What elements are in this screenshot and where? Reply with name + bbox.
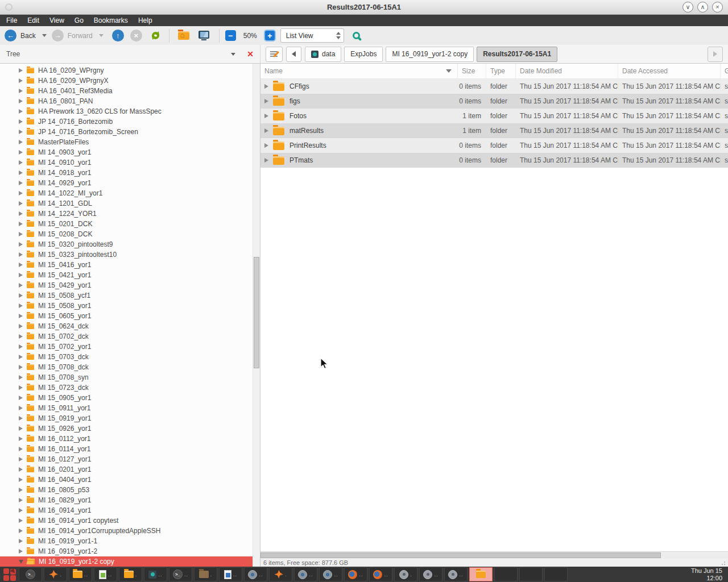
task-button-terminal[interactable] <box>19 567 42 581</box>
expand-icon[interactable] <box>19 436 23 441</box>
expand-icon[interactable] <box>19 549 23 554</box>
breadcrumb-segment-3[interactable]: Results2017-06-15A1 <box>477 47 557 62</box>
expand-icon[interactable] <box>19 201 23 206</box>
expand-icon[interactable] <box>19 211 23 216</box>
tree-item[interactable]: MI 14_1022_MI_yor1 <box>0 188 260 198</box>
up-button[interactable]: ↑ <box>112 30 124 41</box>
tree-item[interactable]: MI 14_0910_yor1 <box>0 157 260 168</box>
tree-item[interactable]: HA Prework 13_0620 CLS for MassSpec <box>0 106 260 117</box>
horizontal-scrollbar-thumb[interactable] <box>260 552 661 558</box>
expand-icon[interactable] <box>19 242 23 247</box>
expand-icon[interactable] <box>264 99 268 103</box>
tree-item[interactable]: MI 15_0421_yor1 <box>0 270 260 280</box>
back-history-dropdown[interactable] <box>42 34 47 37</box>
expand-icon[interactable] <box>19 488 23 492</box>
column-header-size[interactable]: Size <box>458 64 486 78</box>
expand-icon[interactable] <box>19 304 23 308</box>
expand-icon[interactable] <box>19 498 23 502</box>
expand-icon[interactable] <box>19 355 23 359</box>
tree-item[interactable]: MI 16_0201_yor1 <box>0 464 260 475</box>
tree-item[interactable]: MI 14_1224_YOR1 <box>0 209 260 219</box>
tree-item[interactable]: HA 16_0209_WPrgnyX <box>0 76 260 86</box>
tree-item[interactable]: MI 15_0429_yor1 <box>0 280 260 290</box>
task-button-terminal[interactable]: .. <box>169 567 192 581</box>
task-button-calc[interactable]: .. <box>94 567 117 581</box>
task-button-app-circle[interactable]: .. <box>244 567 267 581</box>
tree-item[interactable]: MI 15_0703_dck <box>0 352 260 362</box>
task-button-matlab[interactable]: . <box>44 567 67 581</box>
expand-icon[interactable] <box>19 140 23 144</box>
expand-icon[interactable] <box>19 396 23 400</box>
expand-icon[interactable] <box>19 109 23 114</box>
tree-item[interactable]: MI 15_0702_dck <box>0 331 260 342</box>
tree-item[interactable]: MI 15_0926_yor1 <box>0 423 260 434</box>
tree-item[interactable]: MasterPlateFiles <box>0 137 260 147</box>
file-list-empty-area[interactable] <box>260 168 728 551</box>
expand-icon[interactable] <box>19 529 23 533</box>
tree-scrollbar-thumb[interactable] <box>254 257 259 368</box>
file-row[interactable]: PTmats0 itemsfolderThu 15 Jun 2017 11:18… <box>260 153 728 168</box>
tree-item[interactable]: JP 14_0716_Bortezomib <box>0 117 260 127</box>
expand-icon[interactable] <box>19 89 23 93</box>
zoom-out-button[interactable]: − <box>225 30 236 41</box>
back-icon[interactable]: ← <box>5 30 16 41</box>
view-mode-select[interactable]: List View <box>280 28 344 43</box>
menu-go[interactable]: Go <box>69 15 89 26</box>
tree-item[interactable]: MI 14_0918_yor1 <box>0 168 260 178</box>
tree-item[interactable]: MI 15_0320_pintooltest9 <box>0 239 260 250</box>
resize-grip[interactable] <box>721 560 727 566</box>
task-button-app-gray[interactable]: . <box>394 567 417 581</box>
column-header-name[interactable]: Name <box>260 64 458 78</box>
tree-item[interactable]: MI 15_0911_yor1 <box>0 403 260 413</box>
tree-item[interactable]: MI 15_0508_yor1 <box>0 301 260 311</box>
expand-icon[interactable] <box>19 539 23 543</box>
expand-icon[interactable] <box>19 406 23 410</box>
task-button-matlab[interactable]: . <box>269 567 292 581</box>
tree-item[interactable]: JP 14_0716_Bortezomib_Screen <box>0 127 260 137</box>
desktop-icon[interactable] <box>198 31 209 39</box>
file-row[interactable]: matResults1 itemfolderThu 15 Jun 2017 11… <box>260 123 728 138</box>
expand-icon[interactable] <box>19 324 23 329</box>
tree-item[interactable]: MI 15_0323_pintooltest10 <box>0 250 260 260</box>
tree-item[interactable]: HA 16_0209_WPrgny <box>0 65 260 76</box>
expand-icon[interactable] <box>19 293 23 298</box>
file-row[interactable]: Fotos1 itemfolderThu 15 Jun 2017 11:18:5… <box>260 109 728 123</box>
expand-icon[interactable] <box>19 365 23 369</box>
task-button-app-gray[interactable]: .. <box>419 567 442 581</box>
taskbar-clock[interactable]: Thu Jun 15 12:00 <box>691 567 726 582</box>
tree-item[interactable]: MI 16_0127_yor1 <box>0 454 260 464</box>
tree-item[interactable]: MI 15_0708_syn <box>0 372 260 383</box>
tree-item[interactable]: MI 15_0624_dck <box>0 321 260 331</box>
zoom-in-button[interactable]: + <box>264 30 275 41</box>
task-button-app-circle[interactable]: .. <box>294 567 317 581</box>
expand-icon[interactable] <box>19 467 23 472</box>
view-mode-spinner[interactable] <box>336 32 344 39</box>
tree-item[interactable]: MI 16_0919_yor1-1 <box>0 536 260 546</box>
scroll-path-left-button[interactable] <box>286 47 301 62</box>
expand-icon[interactable] <box>19 68 23 73</box>
expand-icon[interactable] <box>19 181 23 185</box>
task-button-app-gray[interactable]: .. <box>444 567 468 581</box>
task-button-empty[interactable] <box>494 567 518 581</box>
expand-icon[interactable] <box>19 232 23 236</box>
expand-icon[interactable] <box>19 273 23 277</box>
breadcrumb-segment-0[interactable]: data <box>305 47 341 62</box>
expand-icon[interactable] <box>19 222 23 226</box>
expand-icon[interactable] <box>19 263 23 267</box>
tree-item[interactable]: MI 16_0919_yor1-2 copy <box>0 556 260 567</box>
task-button-firefox[interactable]: .. <box>369 567 392 581</box>
column-header-date-accessed[interactable]: Date Accessed <box>618 64 721 78</box>
tree-item[interactable]: HA 16_0401_Ref3Media <box>0 86 260 96</box>
tree-item[interactable]: MI 16_0112_yor1 <box>0 434 260 444</box>
menu-view[interactable]: View <box>44 15 69 26</box>
task-button-folder[interactable]: .. <box>69 567 92 581</box>
task-button-writer[interactable]: .. <box>219 567 242 581</box>
tree-item[interactable]: MI 16_0114_yor1 <box>0 444 260 454</box>
file-row[interactable]: figs0 itemsfolderThu 15 Jun 2017 11:18:5… <box>260 94 728 109</box>
expand-icon[interactable] <box>19 426 23 431</box>
expand-icon[interactable] <box>19 518 23 523</box>
breadcrumb-segment-2[interactable]: MI 16_0919_yor1-2 copy <box>386 47 474 62</box>
task-button-folder[interactable] <box>469 567 493 581</box>
expand-icon[interactable] <box>264 84 268 89</box>
tree-item[interactable]: MI 15_0605_yor1 <box>0 311 260 321</box>
